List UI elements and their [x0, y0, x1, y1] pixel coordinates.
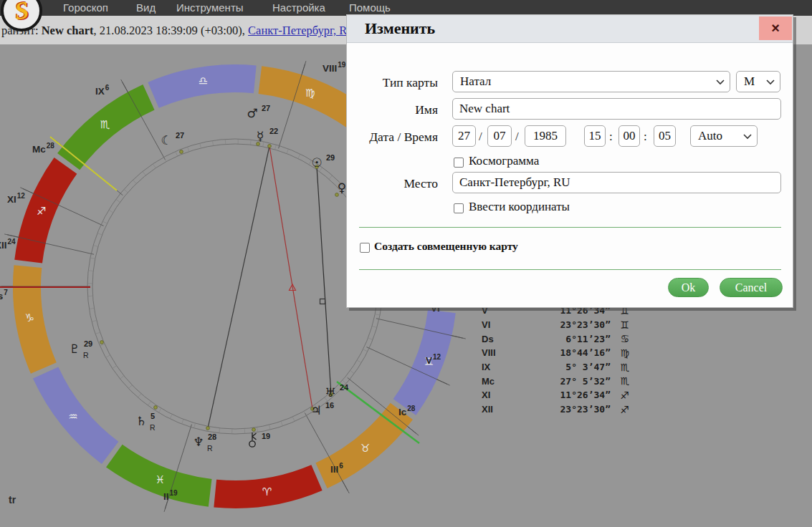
zodiac-sign-icon: ♊	[611, 319, 629, 331]
svg-text:R: R	[207, 444, 213, 453]
degree-tick	[100, 344, 105, 346]
chart-type-value: Натал	[460, 74, 491, 89]
degree-tick	[368, 338, 373, 340]
table-row: Mc27° 5’32”♏	[482, 374, 629, 388]
combined-chart-checkbox[interactable]	[360, 243, 370, 253]
planet-dot-chiron	[252, 428, 256, 432]
hour-input[interactable]	[584, 125, 606, 147]
place-input[interactable]	[452, 172, 781, 193]
planet-pluto: ♇29R	[69, 339, 92, 359]
degree-tick	[109, 210, 113, 213]
degree-tick	[102, 221, 107, 223]
time-separator: :	[609, 130, 613, 144]
enter-coordinates-checkbox[interactable]	[454, 203, 464, 213]
nav-settings[interactable]: Настройка	[272, 1, 325, 14]
degree-tick	[304, 411, 306, 415]
degree-tick	[257, 427, 257, 432]
nav-tools[interactable]: Инструменты	[176, 1, 244, 14]
svg-text:28: 28	[208, 432, 216, 441]
month-input[interactable]	[487, 125, 512, 147]
enter-coordinates-label: Ввести координаты	[469, 200, 570, 214]
svg-text:R: R	[150, 423, 156, 432]
edit-chart-dialog: Изменить × Тип карты Натал М Имя Дата / …	[346, 14, 793, 308]
svg-text:♇: ♇	[69, 342, 80, 356]
divider	[359, 269, 781, 270]
close-icon[interactable]: ×	[759, 16, 792, 40]
gender-select[interactable]: М	[736, 71, 780, 92]
planet-jupiter: ♃16	[310, 401, 334, 417]
degree-tick	[97, 233, 102, 236]
planet-chiron: 19	[249, 432, 270, 447]
chart-name-input[interactable]	[452, 98, 781, 120]
planet-dot-saturn	[154, 406, 158, 410]
house-degrees: 6°11’23”	[517, 334, 611, 344]
house-label: Mc	[482, 376, 517, 387]
cancel-button[interactable]: Cancel	[720, 278, 783, 297]
combined-chart-label: Создать совмещенную карту	[374, 240, 518, 253]
degree-tick	[372, 326, 377, 327]
degree-tick	[158, 408, 161, 412]
degree-tick	[93, 246, 98, 247]
place-label: Место	[347, 176, 438, 191]
degree-tick	[287, 149, 289, 154]
house-degrees: 11°26’34”	[517, 390, 611, 400]
table-row: VI23°23’30”♊	[482, 318, 629, 332]
degree-tick	[138, 394, 141, 397]
degree-tick	[269, 425, 271, 430]
degree-tick	[153, 164, 156, 168]
degree-tick	[375, 314, 380, 315]
minute-input[interactable]	[618, 125, 640, 147]
aspect-line-mercury-jupiter	[269, 146, 312, 409]
svg-text:19: 19	[262, 432, 270, 440]
degree-tick	[105, 355, 110, 357]
zodiac-sign-icon: ♐	[611, 390, 629, 401]
svg-text:♅: ♅	[325, 385, 335, 400]
divider	[359, 227, 781, 228]
degree-tick	[128, 385, 132, 389]
svg-text:29: 29	[326, 153, 335, 162]
house-degrees: 23°23’30”	[517, 319, 611, 330]
cosmogram-checkbox[interactable]	[454, 158, 464, 168]
table-row: XI11°26’34”♐	[482, 388, 629, 402]
nav-help[interactable]: Помощь	[349, 1, 391, 14]
house-positions-table: V11°26’34”♊VI23°23’30”♊Ds 6°11’23”♋VIII1…	[482, 304, 629, 417]
svg-text:27: 27	[262, 104, 270, 112]
zodiac-sign-icon: ♏	[611, 375, 629, 387]
planet-dot-pluto	[100, 341, 104, 344]
sign-glyph-aquarius: ♒	[68, 410, 77, 423]
house-cusp-label-XI: XI12	[7, 192, 25, 205]
year-input[interactable]	[525, 125, 566, 147]
svg-text:♆: ♆	[193, 435, 204, 449]
chevron-down-icon	[716, 79, 725, 85]
sign-glyph-capricorn: ♑	[25, 311, 34, 324]
nav-horoscope[interactable]: Гороскоп	[63, 1, 108, 14]
sign-glyph-libra: ♎	[199, 74, 208, 87]
dialog-title: Изменить	[365, 19, 435, 38]
degree-tick	[194, 423, 196, 428]
second-input[interactable]	[654, 125, 676, 147]
house-cusp-label-As: As7	[0, 289, 8, 301]
timezone-select[interactable]: Auto	[690, 125, 758, 147]
aspect-line-mercury-neptune	[208, 146, 269, 428]
degree-tick	[95, 332, 100, 334]
ok-button[interactable]: Ok	[668, 278, 709, 297]
house-cusp-label-Mc: Mc28	[32, 142, 54, 155]
table-row: IX 5° 3’47”♏	[482, 360, 629, 374]
name-label: Имя	[347, 102, 438, 117]
svg-text:16: 16	[325, 401, 334, 410]
degree-tick	[164, 157, 166, 161]
day-input[interactable]	[452, 125, 476, 147]
nav-view[interactable]: Вид	[136, 1, 156, 14]
degree-tick	[182, 420, 184, 425]
chart-type-label: Тип карты	[347, 75, 438, 90]
chart-type-select[interactable]: Натал	[452, 71, 730, 92]
info-place-link[interactable]: Санкт-Петербург, RU	[248, 24, 355, 37]
timezone-value: Auto	[698, 129, 722, 143]
sign-segment-capricorn	[13, 265, 57, 373]
planet-uranus: ♅24	[325, 383, 349, 400]
house-label: VIII	[482, 347, 517, 358]
chevron-down-icon	[766, 79, 775, 85]
house-degrees: 23°23’30”	[517, 404, 611, 415]
square-marker-icon	[320, 299, 325, 304]
degree-tick	[350, 371, 355, 374]
